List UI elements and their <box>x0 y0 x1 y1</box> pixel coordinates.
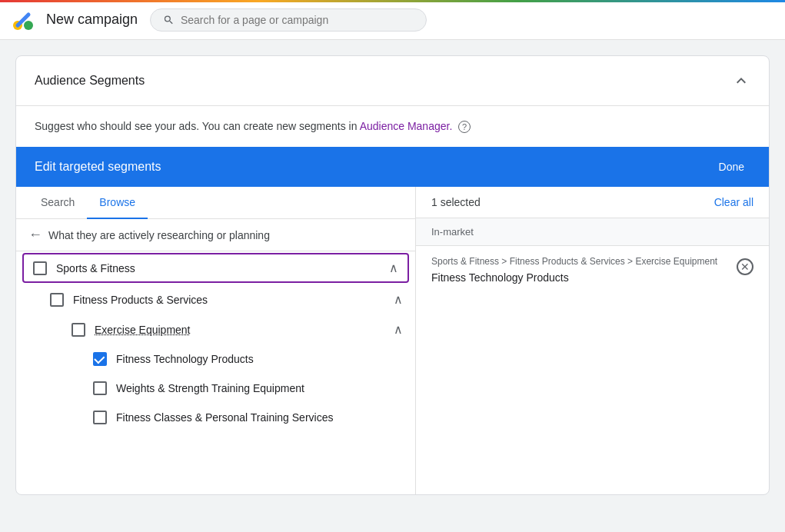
tree-list: Sports & Fitness ∧ Fitness Products & Se… <box>16 253 415 432</box>
topbar-search[interactable] <box>150 8 427 32</box>
checkbox-weights-strength[interactable] <box>93 381 107 395</box>
audience-segments-card: Audience Segments Suggest who should see… <box>15 55 770 495</box>
tree-item-exercise-equipment[interactable]: Exercise Equipment ∧ <box>16 314 415 344</box>
in-market-label: In-market <box>416 218 769 246</box>
expand-icon-sports-fitness[interactable]: ∧ <box>389 261 398 275</box>
suggest-text-main: Suggest who should see your ads. You can… <box>35 120 360 132</box>
label-fitness-products: Fitness Products & Services <box>73 294 384 306</box>
tree-item-fitness-products[interactable]: Fitness Products & Services ∧ <box>16 284 415 314</box>
topbar-search-input[interactable] <box>181 14 414 26</box>
topbar: New campaign <box>0 0 785 40</box>
tab-browse[interactable]: Browse <box>87 187 148 219</box>
tabs-row: Search Browse <box>16 187 415 219</box>
left-panel: Search Browse ← What they are actively r… <box>16 187 416 494</box>
collapse-icon[interactable] <box>732 71 750 90</box>
suggest-text: Suggest who should see your ads. You can… <box>16 106 769 147</box>
checkbox-exercise-equipment[interactable] <box>72 323 85 337</box>
campaign-title: New campaign <box>46 12 138 28</box>
expand-icon-exercise-equipment[interactable]: ∧ <box>394 322 403 337</box>
card-header: Audience Segments <box>16 56 769 106</box>
tree-item-sports-fitness[interactable]: Sports & Fitness ∧ <box>22 253 409 283</box>
selected-segment-item: Sports & Fitness > Fitness Products & Se… <box>416 246 769 293</box>
label-weights-strength: Weights & Strength Training Equipment <box>116 382 403 394</box>
svg-point-1 <box>24 21 33 30</box>
card-title: Audience Segments <box>35 74 145 88</box>
expand-icon-fitness-products[interactable]: ∧ <box>394 292 403 307</box>
edit-bar-title: Edit targeted segments <box>35 160 161 174</box>
tree-item-weights-strength[interactable]: Weights & Strength Training Equipment <box>16 374 415 403</box>
clear-all-button[interactable]: Clear all <box>714 196 753 208</box>
tree-item-fitness-technology[interactable]: Fitness Technology Products <box>16 344 415 374</box>
main-content: Audience Segments Suggest who should see… <box>0 40 785 510</box>
remove-circle-icon: ✕ <box>737 258 753 275</box>
label-sports-fitness: Sports & Fitness <box>56 262 380 274</box>
checkbox-fitness-classes[interactable] <box>93 411 107 424</box>
label-fitness-classes: Fitness Classes & Personal Training Serv… <box>116 411 403 424</box>
help-icon[interactable]: ? <box>458 121 471 133</box>
edit-bar: Edit targeted segments Done <box>16 147 769 187</box>
selected-segment-breadcrumb: Sports & Fitness > Fitness Products & Se… <box>431 255 717 268</box>
remove-segment-button[interactable]: ✕ <box>737 258 753 275</box>
tab-search[interactable]: Search <box>28 187 87 219</box>
done-button[interactable]: Done <box>713 158 750 176</box>
tree-item-fitness-classes[interactable]: Fitness Classes & Personal Training Serv… <box>16 403 415 432</box>
right-panel-header: 1 selected Clear all <box>416 187 769 218</box>
back-nav-label: What they are actively researching or pl… <box>48 229 270 241</box>
checkbox-fitness-technology[interactable] <box>93 352 107 366</box>
label-fitness-technology: Fitness Technology Products <box>116 353 403 365</box>
right-panel: 1 selected Clear all In-market Sports & … <box>416 187 769 494</box>
checkbox-fitness-products[interactable] <box>50 293 64 307</box>
search-icon <box>163 14 175 26</box>
selected-segment-info: Sports & Fitness > Fitness Products & Se… <box>431 255 717 284</box>
audience-manager-link[interactable]: Audience Manager. <box>360 120 453 132</box>
selected-count: 1 selected <box>431 196 481 208</box>
selected-segment-name: Fitness Technology Products <box>431 271 717 284</box>
back-nav[interactable]: ← What they are actively researching or … <box>16 219 415 251</box>
checkbox-sports-fitness[interactable] <box>33 261 47 275</box>
label-exercise-equipment: Exercise Equipment <box>95 324 384 336</box>
segments-body: Search Browse ← What they are actively r… <box>16 187 769 494</box>
back-arrow-icon: ← <box>28 227 42 243</box>
google-ads-logo <box>12 9 34 31</box>
